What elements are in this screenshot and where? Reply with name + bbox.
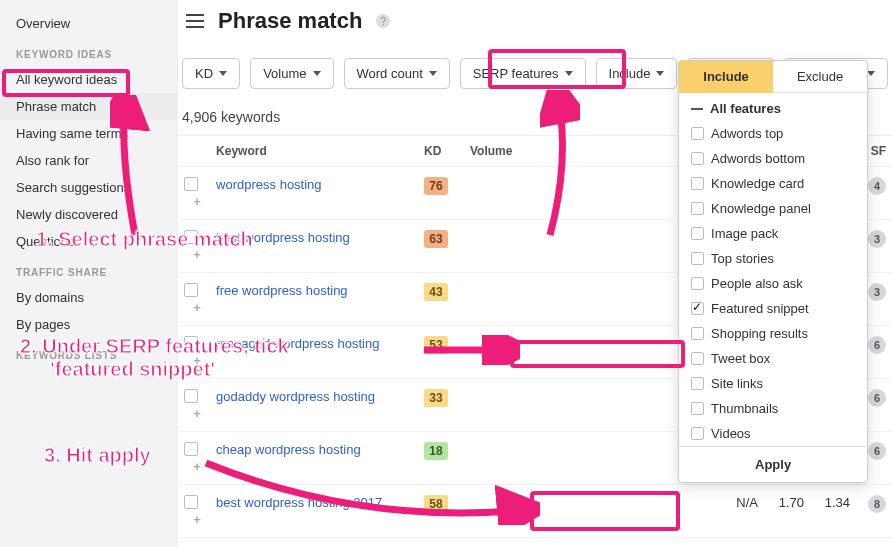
chevron-down-icon [429, 71, 437, 76]
apply-button[interactable]: Apply [679, 446, 867, 482]
checkbox-icon [691, 127, 704, 140]
row-checkbox[interactable] [184, 283, 198, 297]
dropdown-option[interactable]: Shopping results [679, 321, 867, 346]
checkbox-icon [691, 302, 704, 315]
sidebar-section-keyword-ideas: KEYWORD IDEAS [0, 37, 177, 66]
dropdown-option[interactable]: Tweet box [679, 346, 867, 371]
dropdown-option[interactable]: People also ask [679, 271, 867, 296]
dropdown-option[interactable]: Featured snippet [679, 296, 867, 321]
kd-badge: 43 [424, 283, 448, 301]
sidebar-item[interactable]: All keyword ideas [0, 66, 177, 93]
row-checkbox[interactable] [184, 230, 198, 244]
add-icon[interactable]: + [190, 513, 204, 527]
hamburger-icon[interactable] [186, 14, 204, 28]
sf-badge: 3 [868, 283, 886, 301]
filter-include[interactable]: Include [596, 58, 678, 89]
col-volume[interactable]: Volume [464, 136, 704, 167]
filter-kd[interactable]: KD [182, 58, 240, 89]
keyword-link[interactable]: wordpress hosting [216, 177, 322, 192]
dropdown-option[interactable]: Thumbnails [679, 396, 867, 421]
page-title: Phrase match [218, 8, 362, 34]
row-checkbox[interactable] [184, 389, 198, 403]
add-icon[interactable]: + [190, 460, 204, 474]
checkbox-icon [691, 402, 704, 415]
keyword-link[interactable]: cheap wordpress hosting [216, 442, 361, 457]
add-icon[interactable]: + [190, 195, 204, 209]
checkbox-icon [691, 227, 704, 240]
sf-badge: 4 [868, 177, 886, 195]
serp-features-dropdown: Include Exclude All features Adwords top… [678, 60, 868, 483]
kd-badge: 53 [424, 336, 448, 354]
checkbox-icon [691, 427, 704, 440]
table-row: +best wordpress hosting 201758N/A1.701.3… [178, 485, 892, 538]
rr-cell: 1.22 [810, 538, 856, 548]
table-row: +cheapest wordpress hosting18N/A1.381.22… [178, 538, 892, 548]
chevron-down-icon [219, 71, 227, 76]
sidebar-item[interactable]: Phrase match [0, 93, 177, 120]
add-icon[interactable]: + [190, 248, 204, 262]
sidebar-item[interactable]: Questions [0, 228, 177, 255]
dropdown-option[interactable]: Site links [679, 371, 867, 396]
checkbox-icon [691, 352, 704, 365]
filter-word-count[interactable]: Word count [344, 58, 450, 89]
chevron-down-icon [656, 71, 664, 76]
dropdown-all-features[interactable]: All features [679, 93, 867, 121]
chevron-down-icon [313, 71, 321, 76]
kd-badge: 33 [424, 389, 448, 407]
main-panel: Phrase match ? KD Volume Word count SERP… [178, 0, 892, 547]
sidebar-item[interactable]: By domains [0, 284, 177, 311]
dropdown-option[interactable]: Top stories [679, 246, 867, 271]
kd-badge: 58 [424, 495, 448, 513]
checkbox-icon [691, 177, 704, 190]
col-keyword[interactable]: Keyword [210, 136, 418, 167]
sidebar: Overview KEYWORD IDEAS All keyword ideas… [0, 0, 178, 547]
dropdown-option[interactable]: Image pack [679, 221, 867, 246]
cpc-cell: N/A [704, 485, 764, 538]
add-icon[interactable]: + [190, 301, 204, 315]
filter-volume[interactable]: Volume [250, 58, 333, 89]
add-icon[interactable]: + [190, 407, 204, 421]
checkbox-icon [691, 327, 704, 340]
keyword-link[interactable]: free wordpress hosting [216, 283, 348, 298]
keyword-link[interactable]: best wordpress hosting 2017 [216, 495, 382, 510]
filter-serp-features[interactable]: SERP features [460, 58, 586, 89]
keyword-link[interactable]: best wordpress hosting [216, 230, 350, 245]
cpc-cell: N/A [704, 538, 764, 548]
checkbox-icon [691, 252, 704, 265]
col-kd[interactable]: KD [418, 136, 464, 167]
checkbox-icon [691, 202, 704, 215]
sf-badge: 6 [868, 336, 886, 354]
row-checkbox[interactable] [184, 336, 198, 350]
dropdown-option[interactable]: Knowledge panel [679, 196, 867, 221]
sidebar-item[interactable]: Newly discovered [0, 201, 177, 228]
row-checkbox[interactable] [184, 495, 198, 509]
sidebar-item[interactable]: Also rank for [0, 147, 177, 174]
row-checkbox[interactable] [184, 177, 198, 191]
keyword-link[interactable]: godaddy wordpress hosting [216, 389, 375, 404]
sf-badge: 8 [868, 495, 886, 513]
sidebar-item[interactable]: By pages [0, 311, 177, 338]
sidebar-item[interactable]: Having same terms [0, 120, 177, 147]
cps-cell: 1.38 [764, 538, 810, 548]
dropdown-tab-include[interactable]: Include [679, 61, 773, 93]
help-icon[interactable]: ? [376, 14, 390, 28]
checkbox-icon [691, 377, 704, 390]
dropdown-option[interactable]: Videos [679, 421, 867, 446]
checkbox-icon [691, 152, 704, 165]
chevron-down-icon [565, 71, 573, 76]
kd-badge: 18 [424, 442, 448, 460]
minus-icon [691, 108, 703, 110]
add-icon[interactable]: + [190, 354, 204, 368]
sf-badge: 3 [868, 230, 886, 248]
dropdown-tab-exclude[interactable]: Exclude [773, 61, 867, 93]
dropdown-option[interactable]: Adwords top [679, 121, 867, 146]
checkbox-icon [691, 277, 704, 290]
dropdown-option[interactable]: Adwords bottom [679, 146, 867, 171]
dropdown-option[interactable]: Knowledge card [679, 171, 867, 196]
sidebar-item-overview[interactable]: Overview [0, 10, 177, 37]
row-checkbox[interactable] [184, 442, 198, 456]
sidebar-item[interactable]: Search suggestions [0, 174, 177, 201]
sidebar-section-keywords-lists: KEYWORDS LISTS [0, 338, 177, 367]
keyword-link[interactable]: managed wordpress hosting [216, 336, 379, 351]
chevron-down-icon [867, 71, 875, 76]
